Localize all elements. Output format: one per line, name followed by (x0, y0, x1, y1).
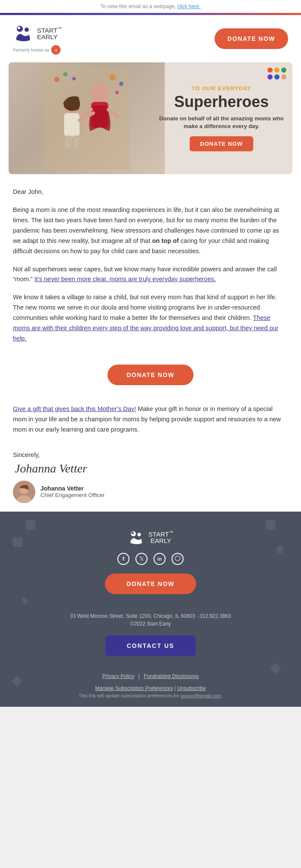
paragraph4-link[interactable]: Give a gift that gives back this Mother’… (13, 405, 136, 412)
donate-button-mid[interactable]: DONATE NOW (108, 365, 194, 385)
hero-subtitle: TO OUR EVERYDAY (192, 85, 252, 92)
paragraph-3: We know it takes a village to raise a ch… (13, 292, 288, 344)
email-wrapper: To view this email as a webpage, click h… (0, 0, 301, 707)
footer-logo-tm: ™ (169, 530, 173, 535)
footer-links: Privacy Policy | Fundraising Disclosures (13, 673, 288, 679)
svg-point-23 (138, 533, 141, 536)
hero-description: Donate on behalf of all the amazing moms… (157, 115, 286, 130)
sig-person: Johanna Vetter Chief Engagement Officer (13, 481, 288, 503)
footer-logo-icon (128, 529, 145, 546)
social-linkedin[interactable]: in (154, 553, 166, 565)
svg-point-15 (72, 77, 76, 80)
avatar (13, 481, 35, 503)
manage-subscription-link[interactable]: Manage Subscription Preferences (95, 685, 173, 691)
deco-square-1 (26, 520, 35, 530)
footer-logo-start: START™ (148, 531, 173, 537)
footer-logo-text: START™ EARLY (148, 531, 173, 544)
svg-point-1 (18, 27, 20, 29)
greeting: Dear John, (13, 187, 288, 197)
unsubscribe-link[interactable]: Unsubscribe (177, 685, 206, 691)
mid-donate-section: DONATE NOW (0, 365, 301, 400)
footer-donate-wrapper: DONATE NOW (13, 574, 288, 604)
update-email-link[interactable]: xxxxxx@gmail.com (181, 693, 221, 698)
paragraph-2: Not all superheroes wear capes, but we k… (13, 264, 288, 285)
footer-separator: | (138, 673, 140, 679)
svg-point-16 (110, 74, 116, 80)
header: START™ EARLY Formerly known as o DONATE … (0, 15, 301, 62)
deco-diamond-1 (270, 663, 281, 674)
footer-update: This link will update subscription prefe… (13, 693, 288, 698)
top-bar: To view this email as a webpage, click h… (0, 0, 301, 13)
svg-rect-11 (65, 135, 71, 148)
paragraph2-link[interactable]: It’s never been more clear, moms are tru… (34, 276, 216, 282)
footer-manage: Manage Subscription Preferences | Unsubs… (13, 685, 288, 691)
signature-image: Johanna Vetter (13, 462, 288, 475)
bold-text-1: on top of (152, 237, 179, 244)
signature-section: Sincerely, Johanna Vetter Johanna Vetter… (0, 451, 301, 512)
donate-button-header[interactable]: DONATE NOW (215, 28, 288, 49)
logo-early: EARLY (37, 34, 62, 40)
logo-area: START™ EARLY Formerly known as o (13, 23, 62, 55)
sig-name: Johanna Vetter (40, 485, 104, 492)
contact-btn-wrapper: CONTACT US (13, 635, 288, 665)
ounce-badge: o (51, 45, 61, 55)
deco-circles (267, 67, 288, 80)
svg-rect-9 (64, 113, 80, 137)
social-facebook[interactable]: f (117, 553, 129, 565)
svg-point-13 (54, 77, 59, 82)
paragraph-1: Being a mom is one of the most rewarding… (13, 205, 288, 257)
footer-address: 33 West Monroe Street, Suite 1200, Chica… (13, 613, 288, 619)
top-bar-text: To view this email as a webpage, click h… (101, 3, 201, 9)
deco-circle-2 (22, 598, 28, 604)
privacy-policy-link[interactable]: Privacy Policy (102, 673, 135, 679)
svg-rect-12 (73, 135, 79, 148)
hero-title: Superheroes (174, 93, 269, 110)
social-twitter[interactable]: 𝕏 (135, 553, 147, 565)
top-bar-link[interactable]: click here. (177, 3, 200, 9)
svg-point-18 (115, 91, 119, 94)
donate-button-hero[interactable]: DONATE NOW (190, 136, 253, 151)
logo-icon (13, 23, 34, 43)
donate-button-footer[interactable]: DONATE NOW (105, 574, 196, 594)
deco-circle-1 (276, 546, 284, 554)
contact-button[interactable]: CONTACT US (105, 635, 196, 656)
svg-point-14 (63, 72, 68, 77)
svg-point-17 (119, 82, 123, 86)
hero-content: TO OUR EVERYDAY Superheroes Donate on be… (150, 62, 292, 174)
formerly-known: Formerly known as o (13, 45, 62, 55)
svg-point-4 (90, 83, 109, 102)
body-text: Dear John, Being a mom is one of the mos… (0, 183, 301, 360)
deco-square-3 (266, 520, 275, 530)
logo-name: START™ EARLY (37, 27, 62, 40)
sig-title: Chief Engagement Officer (40, 492, 104, 498)
avatar-svg (13, 481, 35, 503)
svg-point-22 (132, 532, 134, 534)
fundraising-link[interactable]: Fundraising Disclosures (144, 673, 199, 679)
logo-start: START™ (37, 27, 62, 34)
social-instagram[interactable]: ⬡ (172, 553, 184, 565)
footer-logo-early: EARLY (148, 537, 173, 544)
hero-figure-svg (44, 67, 130, 170)
footer-logo: START™ EARLY (13, 529, 288, 546)
logo: START™ EARLY (13, 23, 62, 43)
hero-image (9, 62, 165, 174)
paragraph-4: Give a gift that gives back this Mother’… (13, 404, 288, 435)
footer-copyright: ©2022 Start Early (13, 621, 288, 627)
deco-square-2 (13, 537, 22, 547)
svg-point-2 (25, 28, 29, 32)
logo-tm: ™ (58, 26, 62, 31)
footer: START™ EARLY f 𝕏 in ⬡ DONATE NOW 33 West… (0, 512, 301, 707)
social-icons: f 𝕏 in ⬡ (13, 553, 288, 565)
body-text-2: Give a gift that gives back this Mother’… (0, 400, 301, 451)
sincerely-text: Sincerely, (13, 451, 288, 458)
sig-info: Johanna Vetter Chief Engagement Officer (40, 485, 104, 498)
hero-section: TO OUR EVERYDAY Superheroes Donate on be… (9, 62, 292, 174)
